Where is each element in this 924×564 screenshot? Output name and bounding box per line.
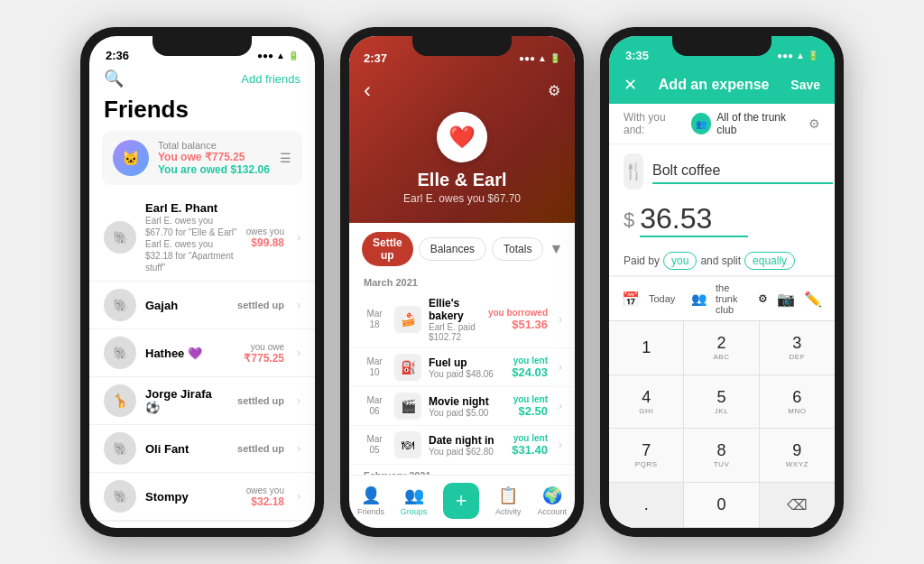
nav-add[interactable]: + [443,483,479,519]
friend-info: Gajah [145,299,228,312]
list-item[interactable]: 🐘 Gajah settled up › [89,282,315,329]
nav-friends-label: Friends [357,507,384,516]
key-label: 7 [642,441,651,460]
add-expense-title: Add an expense [644,77,783,93]
totals-button[interactable]: Totals [492,237,543,261]
numpad-6[interactable]: 6MNO [760,375,835,430]
numpad-2[interactable]: 2ABC [684,321,759,375]
battery-icon: 🔋 [808,51,818,60]
split-equally-button[interactable]: equally [744,252,795,270]
add-friends-button[interactable]: Add friends [241,72,300,86]
expense-info: Movie night You paid $5.00 [429,395,506,418]
balances-button[interactable]: Balances [419,237,486,261]
nav-account[interactable]: 🌍 Account [537,485,567,516]
phone-elle-earl: 2:37 ●●● ▲ 🔋 ‹ ⚙ ❤️ Elle & Earl Earl E. … [340,27,584,537]
numpad-3[interactable]: 3DEF [760,321,835,375]
save-button[interactable]: Save [790,78,820,92]
paid-by-you-button[interactable]: you [663,252,697,270]
friend-name: Oli Fant [145,442,228,456]
expense-paid: You paid $62.80 [429,447,504,457]
group-settings-icon[interactable]: ⚙ [758,292,768,305]
backspace-icon: ⌫ [787,496,808,513]
numpad-8[interactable]: 8TUV [684,429,759,483]
list-item[interactable]: Mar05 🍽 Date night in You paid $62.80 yo… [349,426,575,465]
balance-menu-icon[interactable]: ☰ [280,151,291,165]
numpad-5[interactable]: 5JKL [684,375,759,430]
numpad-9[interactable]: 9WXYZ [760,429,835,483]
gear-icon[interactable]: ⚙ [548,82,560,99]
balance-owed: You are owed $132.06 [158,163,271,176]
friend-balance: owes you $99.88 [246,227,284,249]
amount-input[interactable] [640,202,748,237]
expense-name: Ellie's bakery [429,297,481,322]
status-icons-2: ●●● ▲ 🔋 [519,53,560,63]
expense-icon: 🍽 [394,431,421,458]
list-item[interactable]: 🐘 Oli Fant settled up › [89,425,315,473]
nav-groups[interactable]: 👥 Groups [401,485,428,516]
friend-sub: Earl E. owes you $67.70 for "Elle & Earl… [145,215,237,273]
camera-icon[interactable]: 📷 [777,291,795,308]
nav-account-label: Account [537,507,567,516]
back-button[interactable]: ‹ [364,78,371,103]
numpad-1[interactable]: 1 [609,321,684,375]
numpad-4[interactable]: 4GHI [609,375,684,430]
list-item[interactable]: 🐘 Earl E. Phant Earl E. owes you $67.70 … [89,194,315,282]
add-button[interactable]: + [443,483,479,519]
list-item[interactable]: 🐘 Hathee 💜 you owe ₹775.25 › [89,329,315,377]
chevron-right-icon: › [559,400,562,412]
expense-category-icon[interactable]: 🍴 [624,153,643,190]
currency-symbol: $ [624,208,634,232]
signal-icon: ●●● [257,51,273,60]
list-item[interactable]: 🐘 Stompy owes you $32.18 › [89,473,315,521]
close-button[interactable]: ✕ [624,75,637,95]
expense-date: Mar06 [362,395,387,417]
numpad-0[interactable]: 0 [684,483,759,529]
key-alpha: ABC [714,353,730,361]
calendar-icon[interactable]: 📅 [622,291,640,308]
group-name-toolbar: the trunk club [716,282,749,315]
friend-amount: $32.18 [246,495,284,508]
nav-friends[interactable]: 👤 Friends [357,485,384,516]
expense-info: Date night in You paid $62.80 [429,434,504,457]
search-icon[interactable]: 🔍 [104,69,124,88]
nav-activity[interactable]: 📋 Activity [495,485,522,516]
key-label: 9 [792,441,801,460]
phone2-tabs: Settle up Balances Totals ▼ [349,223,575,272]
expense-icon: ⛽ [394,354,421,381]
friends-icon: 👤 [361,485,381,505]
status-icons-1: ●●● ▲ 🔋 [257,51,299,60]
expense-value: $51.36 [488,318,548,331]
couple-sub: Earl E. owes you $67.70 [364,192,560,205]
expense-name: Movie night [429,395,506,408]
phone3-screen: 3:35 ●●● ▲ 🔋 ✕ Add an expense Save With … [609,36,835,528]
friend-info: Stompy [145,490,237,504]
friend-amount: $99.88 [246,236,284,249]
lent-label: you lent [512,433,548,443]
settle-up-button[interactable]: Settle up [362,232,413,266]
list-item[interactable]: Mar18 🍰 Ellie's bakery Earl E. paid $102… [349,291,575,348]
group-dropdown-icon[interactable]: ⚙ [808,116,820,131]
list-item[interactable]: 🦒 Jorge Jirafa ⚽ settled up › [89,377,315,425]
chevron-right-icon: › [297,231,300,244]
note-icon[interactable]: ✏️ [804,291,822,308]
numpad-backspace[interactable]: ⌫ [760,483,835,529]
expense-name-input[interactable] [652,159,833,184]
key-alpha: WXYZ [786,460,808,468]
list-item[interactable]: Mar10 ⛽ Fuel up You paid $48.06 you lent… [349,348,575,387]
activity-icon: 📋 [498,485,518,505]
key-label: 2 [716,334,725,353]
numpad-dot[interactable]: . [609,483,684,529]
chevron-right-icon: › [297,347,300,359]
numpad-7[interactable]: 7PQRS [609,429,684,483]
expense-date: Mar10 [362,356,387,378]
friend-name: Hathee 💜 [145,347,235,360]
groups-icon: 👥 [404,485,424,505]
friend-name: Stompy [145,490,237,504]
key-label: 5 [716,388,725,407]
numpad: 1 2ABC 3DEF 4GHI 5JKL 6MNO 7PQRS 8TUV 9W… [609,320,835,528]
list-item[interactable]: Mar06 🎬 Movie night You paid $5.00 you l… [349,387,575,426]
filter-icon[interactable]: ▼ [549,241,563,257]
battery-icon: 🔋 [550,53,560,63]
group-icon-toolbar[interactable]: 👥 [691,291,707,306]
section-header: February 2021 [349,465,575,475]
